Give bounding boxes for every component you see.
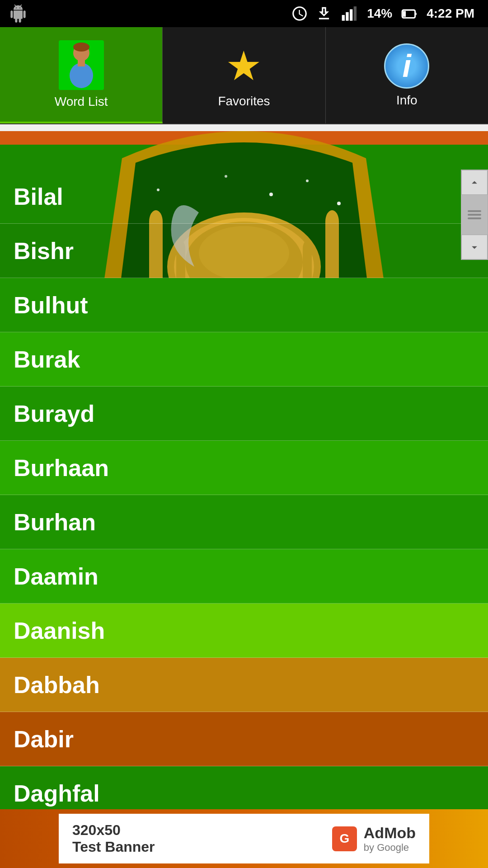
ad-banner: 320x50 Test Banner G AdMob by Google (0, 809, 488, 868)
svg-rect-5 (403, 11, 406, 17)
info-icon: i (384, 43, 429, 89)
tab-word-list[interactable]: Word List (0, 27, 163, 123)
tab-word-list-label: Word List (55, 94, 108, 109)
tab-favorites-label: Favorites (218, 94, 270, 108)
tab-bar: Word List ★ Favorites i Info (0, 27, 488, 124)
list-item[interactable]: Dabbah (0, 658, 488, 712)
svg-point-8 (73, 42, 89, 52)
admob-label: AdMob (364, 824, 416, 842)
tab-info-label: Info (396, 93, 418, 108)
search-icon (9, 134, 34, 159)
svg-rect-10 (78, 60, 85, 66)
list-item[interactable]: Bishr (0, 224, 488, 278)
admob-branding: G AdMob by Google (332, 824, 416, 854)
word-label: Bishr (14, 237, 74, 264)
admob-subtext: by Google (364, 842, 416, 854)
android-logo (9, 0, 27, 27)
admob-text-wrap: AdMob by Google (364, 824, 416, 854)
status-icons: 14% 4:22 PM (291, 5, 474, 22)
clock: 4:22 PM (427, 6, 474, 21)
tab-favorites[interactable]: ★ Favorites (163, 27, 325, 123)
word-list: Bilal Bishr Bulhut Burak Burayd Burhaan … (0, 170, 488, 821)
word-label: Dabbah (14, 671, 100, 698)
word-label: Dabir (14, 726, 74, 753)
svg-rect-1 (346, 12, 348, 21)
word-label: Burak (14, 346, 80, 373)
list-item[interactable]: Burak (0, 332, 488, 387)
list-item[interactable]: Burhaan (0, 441, 488, 495)
word-label: Burhan (14, 509, 96, 536)
scroll-track (461, 195, 488, 235)
svg-rect-3 (354, 6, 357, 21)
word-label: Bulhut (14, 292, 88, 319)
scroll-thumb (468, 210, 481, 219)
list-item[interactable]: Burhan (0, 495, 488, 549)
admob-logo-icon: G (332, 826, 357, 851)
word-label: Daamin (14, 563, 99, 590)
svg-point-9 (70, 63, 93, 88)
word-label: Daghfal (14, 780, 100, 807)
word-label: Bilal (14, 183, 63, 210)
list-item[interactable]: Dabir (0, 712, 488, 766)
scrollbar[interactable] (461, 170, 488, 260)
svg-rect-2 (350, 9, 352, 21)
ad-content[interactable]: 320x50 Test Banner G AdMob by Google (59, 814, 429, 863)
svg-rect-0 (342, 15, 345, 21)
ad-test-text: Test Banner (72, 839, 155, 855)
ad-text-block: 320x50 Test Banner (72, 822, 155, 855)
word-label: Daanish (14, 617, 105, 644)
tab-info[interactable]: i Info (326, 27, 488, 123)
scroll-up-button[interactable] (461, 170, 488, 195)
list-item[interactable]: Daanish (0, 604, 488, 658)
list-item[interactable]: Bulhut (0, 278, 488, 332)
star-icon: ★ (225, 42, 262, 90)
word-label: Burayd (14, 400, 94, 427)
ad-size-text: 320x50 (72, 822, 155, 839)
search-input[interactable] (41, 137, 479, 156)
list-item[interactable]: Bilal (0, 170, 488, 224)
list-item[interactable]: Burayd (0, 387, 488, 441)
search-bar (0, 124, 488, 170)
battery-percent: 14% (367, 6, 392, 21)
list-item[interactable]: Daamin (0, 549, 488, 604)
person-icon (59, 40, 104, 90)
scroll-down-button[interactable] (461, 235, 488, 259)
status-bar: 14% 4:22 PM (0, 0, 488, 27)
word-label: Burhaan (14, 454, 109, 481)
